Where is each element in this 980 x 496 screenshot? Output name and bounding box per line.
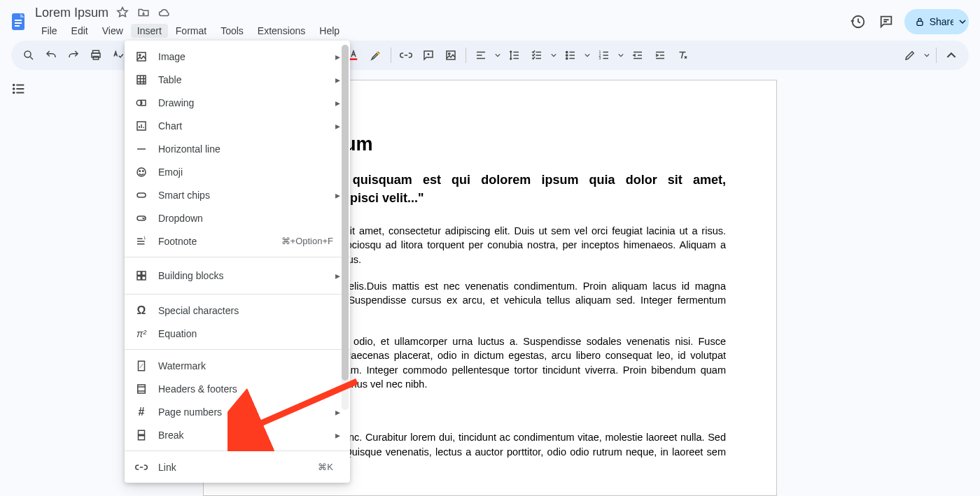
insert-headers-footers[interactable]: Headers & footers ▸ xyxy=(125,377,350,400)
insert-link[interactable]: Link ⌘K xyxy=(125,455,350,479)
collapse-toolbar-icon[interactable] xyxy=(941,45,962,66)
svg-point-20 xyxy=(13,88,15,90)
doc-title[interactable]: Lorem Ipsum xyxy=(35,6,108,20)
insert-watermark[interactable]: Watermark xyxy=(125,354,350,377)
bullet-caret-icon[interactable] xyxy=(582,45,592,66)
menu-separator xyxy=(125,294,350,295)
svg-rect-2 xyxy=(15,22,22,24)
insert-building-blocks[interactable]: Building blocks ▸ xyxy=(125,262,350,290)
svg-rect-4 xyxy=(917,21,923,25)
insert-horizontal-line[interactable]: Horizontal line xyxy=(125,137,350,160)
comments-icon[interactable] xyxy=(876,12,896,31)
numbered-list-icon[interactable]: 123 xyxy=(594,45,615,66)
insert-page-numbers[interactable]: # Page numbers ▸ xyxy=(125,400,350,423)
clear-formatting-icon[interactable] xyxy=(672,45,693,66)
omega-icon: Ω xyxy=(134,304,148,318)
menu-help[interactable]: Help xyxy=(313,24,346,38)
redo-icon[interactable] xyxy=(63,45,84,66)
menu-format[interactable]: Format xyxy=(169,24,213,38)
equation-icon: π² xyxy=(134,327,148,341)
numbered-caret-icon[interactable] xyxy=(616,45,626,66)
insert-smart-chips[interactable]: Smart chips ▸ xyxy=(125,183,350,206)
svg-text:3: 3 xyxy=(599,56,601,60)
submenu-arrow-icon: ▸ xyxy=(335,120,340,132)
insert-equation[interactable]: π² Equation xyxy=(125,322,350,345)
svg-point-29 xyxy=(139,170,141,171)
insert-emoji[interactable]: Emoji xyxy=(125,160,350,183)
menu-insert[interactable]: Insert xyxy=(131,24,168,38)
submenu-arrow-icon: ▸ xyxy=(335,190,340,201)
decrease-indent-icon[interactable] xyxy=(627,45,648,66)
svg-rect-24 xyxy=(137,76,146,84)
svg-rect-3 xyxy=(15,25,20,27)
insert-footnote[interactable]: 1 Footnote ⌘+Option+F xyxy=(125,229,350,253)
image-icon xyxy=(134,50,148,64)
svg-point-13 xyxy=(566,51,568,52)
bulleted-list-icon[interactable] xyxy=(560,45,581,66)
submenu-arrow-icon: ▸ xyxy=(335,51,340,62)
svg-point-19 xyxy=(13,85,15,86)
undo-icon[interactable] xyxy=(41,45,62,66)
cloud-status-icon[interactable] xyxy=(158,6,172,20)
add-comment-icon[interactable] xyxy=(418,45,439,66)
svg-rect-1 xyxy=(15,20,22,21)
insert-break[interactable]: Break ▸ xyxy=(125,423,350,446)
svg-point-12 xyxy=(449,53,450,55)
submenu-arrow-icon: ▸ xyxy=(335,270,340,281)
submenu-arrow-icon: ▸ xyxy=(335,430,340,441)
editing-mode-icon[interactable] xyxy=(899,45,920,66)
svg-rect-31 xyxy=(137,193,146,197)
insert-chart[interactable]: Chart ▸ xyxy=(125,114,350,137)
svg-rect-41 xyxy=(139,435,145,439)
menu-separator xyxy=(125,257,350,257)
align-icon[interactable] xyxy=(470,45,491,66)
menu-view[interactable]: View xyxy=(96,24,130,38)
move-folder-icon[interactable] xyxy=(136,6,150,20)
insert-special-characters[interactable]: Ω Special characters xyxy=(125,299,350,322)
align-caret-icon[interactable] xyxy=(493,45,503,66)
menu-tools[interactable]: Tools xyxy=(214,24,250,38)
svg-point-30 xyxy=(143,170,144,171)
menu-file[interactable]: File xyxy=(35,24,64,38)
highlight-color-icon[interactable] xyxy=(365,45,386,66)
increase-indent-icon[interactable] xyxy=(650,45,671,66)
svg-point-23 xyxy=(139,54,141,55)
insert-link-icon[interactable] xyxy=(396,45,416,66)
footnote-icon: 1 xyxy=(134,234,148,248)
svg-point-5 xyxy=(24,51,31,57)
outline-toggle-icon[interactable] xyxy=(11,81,27,99)
menu-separator xyxy=(125,349,350,350)
svg-rect-37 xyxy=(142,276,146,280)
svg-rect-36 xyxy=(137,276,141,280)
svg-rect-40 xyxy=(139,430,145,434)
search-menus-icon[interactable] xyxy=(18,45,39,66)
history-icon[interactable] xyxy=(848,12,868,31)
headers-footers-icon xyxy=(134,382,148,396)
insert-image[interactable]: Image ▸ xyxy=(125,45,350,68)
menu-extensions[interactable]: Extensions xyxy=(251,24,312,38)
horizontal-line-icon xyxy=(134,142,148,156)
docs-logo-icon[interactable] xyxy=(6,9,31,34)
break-icon xyxy=(134,428,148,442)
share-button[interactable]: Share xyxy=(904,9,969,34)
print-icon[interactable] xyxy=(85,45,106,66)
editing-caret-icon[interactable] xyxy=(922,45,932,66)
emoji-icon xyxy=(134,165,148,179)
checklist-caret-icon[interactable] xyxy=(549,45,559,66)
dropdown-icon xyxy=(134,211,148,225)
drawing-icon xyxy=(134,96,148,110)
insert-dropdown[interactable]: Dropdown xyxy=(125,206,350,229)
insert-menu-dropdown: Image ▸ Table ▸ Drawing ▸ Chart ▸ Horizo… xyxy=(125,41,350,483)
watermark-icon xyxy=(134,359,148,373)
line-spacing-icon[interactable] xyxy=(504,45,525,66)
menu-edit[interactable]: Edit xyxy=(65,24,94,38)
menu-bar: File Edit View Insert Format Tools Exten… xyxy=(35,22,346,40)
insert-table[interactable]: Table ▸ xyxy=(125,68,350,91)
svg-text:1: 1 xyxy=(144,236,146,240)
insert-drawing[interactable]: Drawing ▸ xyxy=(125,91,350,114)
share-caret-icon[interactable] xyxy=(953,9,969,34)
insert-image-icon[interactable] xyxy=(440,45,461,66)
checklist-icon[interactable] xyxy=(526,45,547,66)
svg-rect-35 xyxy=(142,271,146,275)
star-icon[interactable] xyxy=(115,6,130,20)
